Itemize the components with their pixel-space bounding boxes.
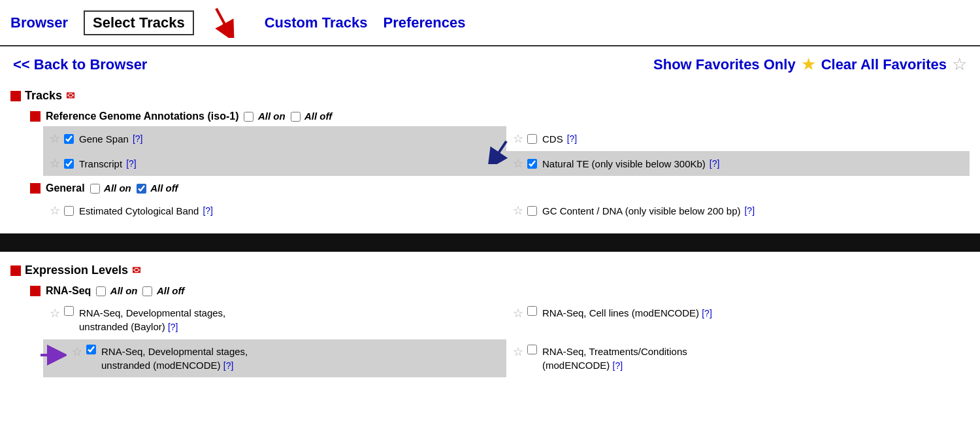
back-to-browser-link[interactable]: << Back to Browser	[13, 56, 147, 73]
rnaseq-all-off-text: All off	[157, 285, 184, 296]
cytological-band-help-link[interactable]: [?]	[203, 205, 213, 216]
expression-section-header: Expression Levels ✉	[10, 260, 970, 281]
general-collapse-icon[interactable]	[30, 183, 41, 194]
rnaseq-treatments-track-item: ☆ RNA-Seq, Treatments/Conditions (modENC…	[506, 339, 970, 378]
cytological-band-favorite-star[interactable]: ☆	[50, 203, 60, 218]
transcript-checkbox[interactable]	[64, 159, 74, 169]
rnaseq-modencode-help-link[interactable]: [?]	[223, 360, 234, 371]
cds-track-item: ☆ CDS [?]	[506, 126, 970, 151]
ref-genome-collapse-icon[interactable]	[30, 111, 41, 122]
natural-te-label: Natural TE (only visible below 300Kb)	[542, 158, 706, 169]
rnaseq-baylor-help-link[interactable]: [?]	[168, 322, 178, 332]
natural-te-track-item: ☆ Natural TE (only visible below 300Kb) …	[506, 151, 970, 176]
ref-genome-all-off-label: All off	[291, 111, 333, 122]
rnaseq-baylor-content: RNA-Seq, Developmental stages, unstrande…	[79, 306, 225, 334]
show-favorites-link[interactable]: Show Favorites Only	[653, 56, 796, 73]
general-group: General All on All off ☆ Estimated Cytol…	[30, 179, 970, 223]
general-all-off-checkbox[interactable]	[137, 184, 146, 194]
svg-line-1	[216, 9, 229, 33]
rnaseq-treatments-checkbox[interactable]	[527, 345, 537, 354]
rnaseq-baylor-track-item: ☆ RNA-Seq, Developmental stages, unstran…	[43, 301, 506, 339]
ref-genome-all-on-checkbox[interactable]	[244, 112, 253, 122]
rnaseq-baylor-favorite-star[interactable]: ☆	[50, 306, 60, 320]
gc-content-label: GC Content / DNA (only visible below 200…	[542, 205, 740, 216]
rnaseq-row-2: ☆ RNA-Seq, Developmental stages, unstran…	[43, 339, 970, 378]
general-group-title: General	[46, 182, 85, 194]
ref-genome-all-on-text: All on	[258, 111, 286, 122]
tracks-collapse-icon[interactable]	[10, 91, 21, 101]
nav-select-tracks[interactable]: Select Tracks	[84, 10, 194, 35]
rnaseq-treatments-content: RNA-Seq, Treatments/Conditions (modENCOD…	[542, 345, 687, 373]
rnaseq-treatments-label: RNA-Seq, Treatments/Conditions	[542, 345, 687, 358]
rnaseq-baylor-checkbox[interactable]	[64, 306, 74, 316]
rnaseq-all-on-label: All on	[96, 285, 137, 297]
expression-section: Expression Levels ✉ RNA-Seq All on All o…	[0, 257, 980, 383]
rnaseq-celllines-label: RNA-Seq, Cell lines (modENCODE) [?]	[542, 306, 712, 320]
tracks-section-header: Tracks ✉	[10, 85, 970, 107]
general-all-on-label: All on	[90, 182, 131, 194]
rnaseq-modencode-content: RNA-Seq, Developmental stages, unstrande…	[101, 345, 248, 373]
rnaseq-all-on-checkbox[interactable]	[96, 286, 106, 296]
natural-te-checkbox[interactable]	[527, 159, 537, 169]
transcript-favorite-star[interactable]: ☆	[50, 156, 60, 171]
cds-help-link[interactable]: [?]	[567, 133, 578, 144]
rnaseq-modencode-label2: unstranded (modENCODE) [?]	[101, 358, 248, 373]
rnaseq-modencode-favorite-star[interactable]: ☆	[72, 345, 82, 359]
red-arrow-annotation	[210, 5, 249, 38]
nav-browser[interactable]: Browser	[10, 14, 68, 31]
ref-genome-all-off-checkbox[interactable]	[291, 112, 301, 122]
rnaseq-treatments-favorite-star[interactable]: ☆	[513, 345, 523, 359]
expression-collapse-icon[interactable]	[10, 265, 21, 276]
gene-span-track-item: ☆ Gene Span [?]	[43, 126, 506, 151]
main-content: Tracks ✉ Reference Genome Annotations (i…	[0, 82, 980, 383]
general-all-off-label: All off	[137, 182, 178, 194]
gene-span-label: Gene Span	[79, 133, 129, 145]
rnaseq-group: RNA-Seq All on All off ☆	[30, 281, 970, 377]
general-all-on-text: All on	[104, 182, 131, 194]
natural-te-help-link[interactable]: [?]	[710, 158, 720, 169]
nav-preferences[interactable]: Preferences	[383, 14, 465, 31]
ref-genome-group: Reference Genome Annotations (iso-1) All…	[30, 107, 970, 176]
clear-favorites-link[interactable]: Clear All Favorites	[821, 56, 947, 73]
purple-arrow-annotation	[38, 345, 67, 366]
cytological-band-checkbox[interactable]	[64, 206, 74, 216]
rnaseq-celllines-favorite-star[interactable]: ☆	[513, 306, 523, 320]
expression-mail-icon: ✉	[132, 264, 140, 277]
rnaseq-group-header: RNA-Seq All on All off	[30, 281, 970, 301]
ref-genome-group-title: Reference Genome Annotations (iso-1)	[46, 111, 238, 122]
rnaseq-celllines-help-link[interactable]: [?]	[702, 308, 712, 318]
gc-content-favorite-star[interactable]: ☆	[513, 203, 523, 218]
general-track-rows: ☆ Estimated Cytological Band [?] ☆ GC Co…	[43, 198, 970, 223]
gene-span-checkbox[interactable]	[64, 134, 74, 144]
nav-custom-tracks[interactable]: Custom Tracks	[265, 14, 368, 31]
rnaseq-modencode-checkbox[interactable]	[86, 345, 96, 354]
rnaseq-track-rows: ☆ RNA-Seq, Developmental stages, unstran…	[43, 301, 970, 377]
natural-te-favorite-star[interactable]: ☆	[513, 156, 523, 171]
cds-favorite-star[interactable]: ☆	[513, 131, 523, 146]
rnaseq-celllines-content: RNA-Seq, Cell lines (modENCODE) [?]	[542, 306, 712, 320]
tracks-section: Tracks ✉ Reference Genome Annotations (i…	[0, 82, 980, 228]
rnaseq-modencode-track-item: ☆ RNA-Seq, Developmental stages, unstran…	[43, 339, 506, 378]
transcript-help-link[interactable]: [?]	[126, 158, 137, 169]
favorites-star-icon[interactable]: ★	[801, 54, 816, 75]
rnaseq-modencode-label: RNA-Seq, Developmental stages,	[101, 345, 248, 358]
gc-content-checkbox[interactable]	[527, 206, 537, 216]
rnaseq-celllines-track-item: ☆ RNA-Seq, Cell lines (modENCODE) [?]	[506, 301, 970, 339]
gc-content-help-link[interactable]: [?]	[744, 205, 755, 216]
section-separator-bar	[0, 233, 980, 252]
rnaseq-treatments-help-link[interactable]: [?]	[613, 360, 623, 371]
general-all-on-checkbox[interactable]	[90, 184, 100, 194]
rnaseq-collapse-icon[interactable]	[30, 286, 41, 296]
rnaseq-celllines-checkbox[interactable]	[527, 306, 537, 316]
cds-label: CDS	[542, 133, 563, 145]
expression-section-title: Expression Levels	[25, 264, 128, 277]
rnaseq-baylor-label2: unstranded (Baylor) [?]	[79, 320, 225, 334]
gc-content-track-item: ☆ GC Content / DNA (only visible below 2…	[506, 198, 970, 223]
gene-span-favorite-star[interactable]: ☆	[50, 131, 60, 146]
rnaseq-all-off-checkbox[interactable]	[142, 286, 152, 296]
ref-genome-group-header: Reference Genome Annotations (iso-1) All…	[30, 107, 970, 126]
cds-checkbox[interactable]	[527, 134, 537, 144]
cytological-band-label: Estimated Cytological Band	[79, 205, 199, 216]
tracks-mail-icon: ✉	[66, 90, 74, 102]
gene-span-help-link[interactable]: [?]	[133, 133, 143, 144]
